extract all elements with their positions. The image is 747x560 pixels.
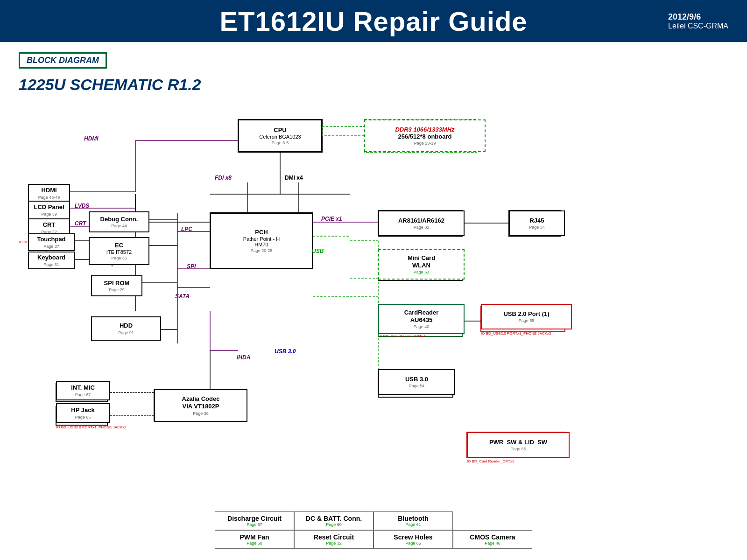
- cmoscamera-cell: CMOS Camera Page 46: [453, 530, 532, 549]
- usb20-label: USB 2.0 Port (1): [503, 310, 549, 318]
- io-cr-bottom: IO BD_Card Reader_CRTx1: [467, 459, 514, 463]
- io-usb2-label: IO BD_USB2.0 PORTx1_PHONE JACKx2: [481, 331, 551, 336]
- io-cardreader-label: IO BD_Card Reader_CRTx1: [378, 334, 425, 338]
- debug-page: Page 44: [111, 224, 127, 228]
- keyboard-page: Page 31: [43, 262, 59, 267]
- pch-box: PCH Pather Point - HHM70 Page 20-28: [210, 213, 313, 269]
- cmoscamera-label: CMOS Camera: [470, 533, 515, 541]
- header-meta: 2012/9/6 Leilei CSC-GRMA: [668, 12, 728, 30]
- ihda-label: IHDA: [237, 354, 250, 361]
- discharge-page: Page 57: [223, 522, 286, 527]
- discharge-label: Discharge Circuit: [227, 515, 282, 522]
- ar8161-label: AR8161/AR6162: [398, 217, 444, 224]
- bluetooth-page: Page 61: [381, 522, 445, 527]
- cardreader-box: CardReaderAU6435 Page 40: [378, 304, 465, 334]
- minicard-box: Mini CardWLAN Page 53: [378, 249, 465, 280]
- discharge-cell: Discharge Circuit Page 57: [215, 511, 294, 530]
- lvds-label: LVDS: [75, 203, 89, 209]
- azalia-label: Azalia CodecVIA VT1802P: [182, 395, 220, 410]
- io-phone-label-left: IO BD_USB2.0 PORTx1_PHONE JACKx2: [56, 425, 127, 429]
- usb20-box: USB 2.0 Port (1) Page 55: [481, 304, 572, 329]
- hdmi-arrow-label: HDMI: [84, 135, 99, 142]
- ec-label: EC: [115, 242, 123, 249]
- screwholes-page: Page 65: [381, 541, 445, 546]
- intmic-page: Page 67: [75, 392, 91, 397]
- table-row-2: PWM Fan Page 50 Reset Circuit Page 32 Sc…: [215, 530, 532, 549]
- table-row-1: Discharge Circuit Page 57 DC & BATT. Con…: [215, 511, 532, 530]
- keyboard-box: Keyboard Page 31: [28, 252, 75, 269]
- cpu-page: Page 3-5: [272, 140, 289, 145]
- spirom-page: Page 29: [109, 287, 125, 292]
- header: ET1612IU Repair Guide 2012/9/6 Leilei CS…: [0, 0, 747, 42]
- minicard-page: Page 53: [414, 270, 430, 274]
- intmic-label: INT. MIC: [71, 384, 95, 392]
- hdd-page: Page 91: [118, 330, 134, 335]
- rj45-label: RJ45: [529, 217, 544, 224]
- fdi-label: FDI x8: [215, 175, 232, 181]
- crt-arrow-label: CRT: [75, 220, 86, 227]
- lcd-page: Page 39: [41, 212, 57, 217]
- intmic-box: INT. MIC Page 67: [56, 381, 110, 400]
- hpjack-page: Page 65: [75, 415, 91, 420]
- hdd-label: HDD: [120, 322, 133, 329]
- block-diagram-badge: BLOCK DIAGRAM: [19, 52, 107, 69]
- usb30-box: USB 3.0 Page 54: [378, 369, 455, 395]
- cardreader-page: Page 40: [414, 324, 430, 329]
- spi-label: SPI: [187, 263, 196, 270]
- usb30-page: Page 54: [409, 384, 425, 388]
- pch-page: Page 20-28: [251, 248, 273, 253]
- ddr3-page: Page 13-19: [414, 141, 436, 146]
- reset-label: Reset Circuit: [314, 533, 354, 541]
- dc-batt-page: Page 60: [302, 522, 366, 527]
- pwrsw-label: PWR_SW & LID_SW: [489, 439, 547, 446]
- reset-cell: Reset Circuit Page 32: [294, 530, 374, 549]
- cpu-label: CPU: [274, 126, 286, 134]
- bluetooth-cell: Bluetooth Page 61: [374, 511, 453, 530]
- touchpad-page: Page 37: [43, 244, 59, 249]
- screwholes-label: Screw Holes: [394, 533, 432, 541]
- ddr3-label: DDR3 1066/1333MHz: [395, 126, 454, 133]
- cardreader-label: CardReaderAU6435: [404, 309, 439, 323]
- pwmfan-page: Page 50: [223, 541, 286, 546]
- spirom-box: SPI ROM Page 29: [91, 275, 142, 296]
- pwmfan-label: PWM Fan: [240, 533, 269, 541]
- pch-label: PCH: [255, 229, 268, 236]
- reset-page: Page 32: [302, 541, 366, 546]
- lpc-label: LPC: [181, 226, 192, 232]
- cmoscamera-page: Page 46: [461, 541, 524, 546]
- ec-sub: ITE IT8572: [106, 249, 132, 255]
- rj45-box: RJ45 Page 34: [509, 210, 565, 236]
- pwrsw-box: PWR_SW & LID_SW Page 56: [467, 432, 570, 458]
- header-date: 2012/9/6: [668, 12, 728, 22]
- cpu-sub: Celeron BGA1023: [259, 134, 301, 140]
- ar8161-box: AR8161/AR6162 Page 32: [378, 210, 465, 236]
- touchpad-label: Touchpad: [37, 236, 65, 243]
- ddr3-box: DDR3 1066/1333MHz 256/512*8 onboard Page…: [364, 119, 486, 152]
- usb30-label2: USB 3.0: [405, 376, 428, 383]
- debug-label: Debug Conn.: [100, 216, 138, 223]
- schematic-title: 1225U SCHEMATIC R1.2: [19, 76, 747, 94]
- lcd-box: LCD Panel Page 39: [28, 201, 70, 219]
- rj45-page: Page 34: [529, 225, 545, 230]
- ddr3-sub: 256/512*8 onboard: [398, 133, 452, 140]
- pwrsw-page: Page 56: [510, 447, 526, 451]
- ar8161-page: Page 32: [414, 225, 430, 230]
- touchpad-box: Touchpad Page 37: [28, 233, 75, 251]
- hdmi-box: HDMI Page 45-49: [28, 184, 70, 203]
- lcd-label: LCD Panel: [34, 203, 64, 211]
- debug-conn-box: Debug Conn. Page 44: [89, 211, 149, 232]
- usb20-page: Page 55: [519, 318, 535, 323]
- crt-label: CRT: [43, 221, 56, 229]
- usb-label: USB: [312, 248, 324, 254]
- screwholes-cell: Screw Holes Page 65: [374, 530, 453, 549]
- dc-batt-cell: DC & BATT. Conn. Page 60: [294, 511, 374, 530]
- sata-label: SATA: [175, 293, 190, 300]
- azalia-box: Azalia CodecVIA VT1802P Page 36: [154, 389, 247, 422]
- hdd-box: HDD Page 91: [91, 316, 161, 341]
- diagram-area: CPU Celeron BGA1023 Page 3-5 DDR3 1066/1…: [9, 101, 738, 558]
- azalia-page: Page 36: [193, 411, 209, 416]
- bluetooth-label: Bluetooth: [398, 515, 428, 522]
- dmi-label: DMI x4: [285, 175, 303, 181]
- hpjack-label: HP Jack: [71, 406, 94, 414]
- pwmfan-cell: PWM Fan Page 50: [215, 530, 294, 549]
